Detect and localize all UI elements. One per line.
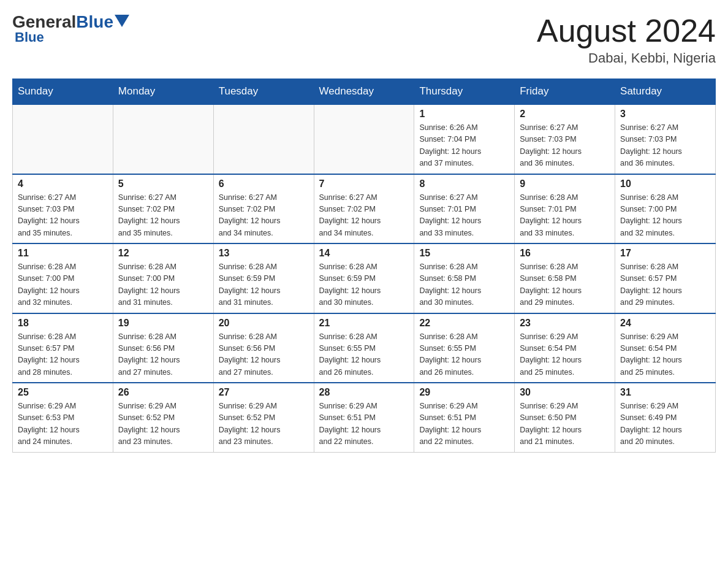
- day-number: 31: [620, 387, 710, 398]
- calendar-cell: 20Sunrise: 6:28 AM Sunset: 6:56 PM Dayli…: [213, 313, 314, 383]
- calendar-cell: 3Sunrise: 6:27 AM Sunset: 7:03 PM Daylig…: [615, 104, 716, 174]
- day-info: Sunrise: 6:28 AM Sunset: 6:59 PM Dayligh…: [319, 261, 409, 309]
- calendar-cell: 9Sunrise: 6:28 AM Sunset: 7:01 PM Daylig…: [515, 174, 615, 244]
- calendar-cell: 6Sunrise: 6:27 AM Sunset: 7:02 PM Daylig…: [213, 174, 314, 244]
- day-number: 2: [520, 109, 610, 120]
- weekday-header-tuesday: Tuesday: [213, 79, 314, 105]
- logo-triangle-icon: [115, 15, 129, 27]
- weekday-header-monday: Monday: [113, 79, 213, 105]
- calendar-cell: 12Sunrise: 6:28 AM Sunset: 7:00 PM Dayli…: [113, 243, 213, 313]
- day-info: Sunrise: 6:28 AM Sunset: 6:58 PM Dayligh…: [520, 261, 610, 309]
- calendar-cell: 26Sunrise: 6:29 AM Sunset: 6:52 PM Dayli…: [113, 383, 213, 452]
- calendar-cell: 24Sunrise: 6:29 AM Sunset: 6:54 PM Dayli…: [615, 313, 716, 383]
- day-number: 1: [419, 109, 509, 120]
- day-number: 21: [319, 318, 409, 329]
- day-info: Sunrise: 6:28 AM Sunset: 6:56 PM Dayligh…: [219, 331, 309, 379]
- day-number: 30: [520, 387, 610, 398]
- day-number: 3: [620, 109, 710, 120]
- weekday-header-saturday: Saturday: [615, 79, 716, 105]
- calendar-cell: 15Sunrise: 6:28 AM Sunset: 6:58 PM Dayli…: [414, 243, 515, 313]
- day-info: Sunrise: 6:27 AM Sunset: 7:01 PM Dayligh…: [419, 192, 509, 240]
- calendar-table: SundayMondayTuesdayWednesdayThursdayFrid…: [12, 79, 716, 453]
- logo-subtitle: Blue: [12, 29, 44, 45]
- calendar-cell: 10Sunrise: 6:28 AM Sunset: 7:00 PM Dayli…: [615, 174, 716, 244]
- day-info: Sunrise: 6:28 AM Sunset: 6:57 PM Dayligh…: [620, 261, 710, 309]
- calendar-week-row: 1Sunrise: 6:26 AM Sunset: 7:04 PM Daylig…: [13, 104, 716, 174]
- calendar-cell: 16Sunrise: 6:28 AM Sunset: 6:58 PM Dayli…: [515, 243, 615, 313]
- calendar-cell: 2Sunrise: 6:27 AM Sunset: 7:03 PM Daylig…: [515, 104, 615, 174]
- day-number: 9: [520, 178, 610, 190]
- day-info: Sunrise: 6:28 AM Sunset: 6:55 PM Dayligh…: [419, 331, 509, 379]
- calendar-cell: 7Sunrise: 6:27 AM Sunset: 7:02 PM Daylig…: [314, 174, 414, 244]
- day-info: Sunrise: 6:29 AM Sunset: 6:49 PM Dayligh…: [620, 400, 710, 448]
- day-number: 12: [118, 248, 208, 259]
- calendar-cell: 14Sunrise: 6:28 AM Sunset: 6:59 PM Dayli…: [314, 243, 414, 313]
- day-info: Sunrise: 6:28 AM Sunset: 6:58 PM Dayligh…: [419, 261, 509, 309]
- calendar-cell: 22Sunrise: 6:28 AM Sunset: 6:55 PM Dayli…: [414, 313, 515, 383]
- day-number: 28: [319, 387, 409, 398]
- calendar-cell: 1Sunrise: 6:26 AM Sunset: 7:04 PM Daylig…: [414, 104, 515, 174]
- day-info: Sunrise: 6:28 AM Sunset: 7:00 PM Dayligh…: [118, 261, 208, 309]
- weekday-header-friday: Friday: [515, 79, 615, 105]
- day-number: 11: [18, 248, 108, 259]
- day-info: Sunrise: 6:29 AM Sunset: 6:52 PM Dayligh…: [219, 400, 309, 448]
- day-number: 5: [118, 178, 208, 190]
- day-info: Sunrise: 6:28 AM Sunset: 7:00 PM Dayligh…: [620, 192, 710, 240]
- day-info: Sunrise: 6:27 AM Sunset: 7:02 PM Dayligh…: [319, 192, 409, 240]
- calendar-week-row: 11Sunrise: 6:28 AM Sunset: 7:00 PM Dayli…: [13, 243, 716, 313]
- day-number: 19: [118, 318, 208, 329]
- day-info: Sunrise: 6:29 AM Sunset: 6:54 PM Dayligh…: [520, 331, 610, 379]
- day-number: 8: [419, 178, 509, 190]
- day-info: Sunrise: 6:28 AM Sunset: 6:56 PM Dayligh…: [118, 331, 208, 379]
- calendar-cell: 13Sunrise: 6:28 AM Sunset: 6:59 PM Dayli…: [213, 243, 314, 313]
- calendar-cell: 30Sunrise: 6:29 AM Sunset: 6:50 PM Dayli…: [515, 383, 615, 452]
- day-number: 13: [219, 248, 309, 259]
- month-title: August 2024: [537, 12, 716, 49]
- day-info: Sunrise: 6:27 AM Sunset: 7:02 PM Dayligh…: [118, 192, 208, 240]
- day-number: 6: [219, 178, 309, 190]
- calendar-cell: [213, 104, 314, 174]
- day-info: Sunrise: 6:29 AM Sunset: 6:53 PM Dayligh…: [18, 400, 108, 448]
- calendar-cell: 29Sunrise: 6:29 AM Sunset: 6:51 PM Dayli…: [414, 383, 515, 452]
- day-number: 22: [419, 318, 509, 329]
- day-number: 29: [419, 387, 509, 398]
- day-number: 20: [219, 318, 309, 329]
- day-info: Sunrise: 6:27 AM Sunset: 7:03 PM Dayligh…: [620, 122, 710, 170]
- day-number: 27: [219, 387, 309, 398]
- day-info: Sunrise: 6:28 AM Sunset: 7:01 PM Dayligh…: [520, 192, 610, 240]
- calendar-week-row: 18Sunrise: 6:28 AM Sunset: 6:57 PM Dayli…: [13, 313, 716, 383]
- calendar-cell: 5Sunrise: 6:27 AM Sunset: 7:02 PM Daylig…: [113, 174, 213, 244]
- weekday-header-wednesday: Wednesday: [314, 79, 414, 105]
- calendar-week-row: 25Sunrise: 6:29 AM Sunset: 6:53 PM Dayli…: [13, 383, 716, 452]
- logo: GeneralBlue Blue: [12, 12, 129, 45]
- day-number: 10: [620, 178, 710, 190]
- logo-blue-text: Blue: [76, 12, 113, 32]
- day-number: 18: [18, 318, 108, 329]
- calendar-cell: 31Sunrise: 6:29 AM Sunset: 6:49 PM Dayli…: [615, 383, 716, 452]
- day-number: 17: [620, 248, 710, 259]
- day-number: 7: [319, 178, 409, 190]
- calendar-cell: 11Sunrise: 6:28 AM Sunset: 7:00 PM Dayli…: [13, 243, 113, 313]
- location-title: Dabai, Kebbi, Nigeria: [537, 50, 716, 66]
- calendar-cell: 28Sunrise: 6:29 AM Sunset: 6:51 PM Dayli…: [314, 383, 414, 452]
- day-info: Sunrise: 6:28 AM Sunset: 6:55 PM Dayligh…: [319, 331, 409, 379]
- day-number: 16: [520, 248, 610, 259]
- calendar-cell: [314, 104, 414, 174]
- day-info: Sunrise: 6:28 AM Sunset: 6:59 PM Dayligh…: [219, 261, 309, 309]
- calendar-cell: [113, 104, 213, 174]
- day-number: 4: [18, 178, 108, 190]
- day-number: 15: [419, 248, 509, 259]
- calendar-cell: 25Sunrise: 6:29 AM Sunset: 6:53 PM Dayli…: [13, 383, 113, 452]
- day-number: 26: [118, 387, 208, 398]
- calendar-week-row: 4Sunrise: 6:27 AM Sunset: 7:03 PM Daylig…: [13, 174, 716, 244]
- day-info: Sunrise: 6:29 AM Sunset: 6:54 PM Dayligh…: [620, 331, 710, 379]
- day-info: Sunrise: 6:29 AM Sunset: 6:51 PM Dayligh…: [319, 400, 409, 448]
- weekday-header-thursday: Thursday: [414, 79, 515, 105]
- calendar-cell: 27Sunrise: 6:29 AM Sunset: 6:52 PM Dayli…: [213, 383, 314, 452]
- day-info: Sunrise: 6:26 AM Sunset: 7:04 PM Dayligh…: [419, 122, 509, 170]
- day-info: Sunrise: 6:29 AM Sunset: 6:51 PM Dayligh…: [419, 400, 509, 448]
- day-number: 23: [520, 318, 610, 329]
- title-block: August 2024 Dabai, Kebbi, Nigeria: [537, 12, 716, 66]
- calendar-cell: [13, 104, 113, 174]
- page-header: GeneralBlue Blue August 2024 Dabai, Kebb…: [12, 12, 716, 66]
